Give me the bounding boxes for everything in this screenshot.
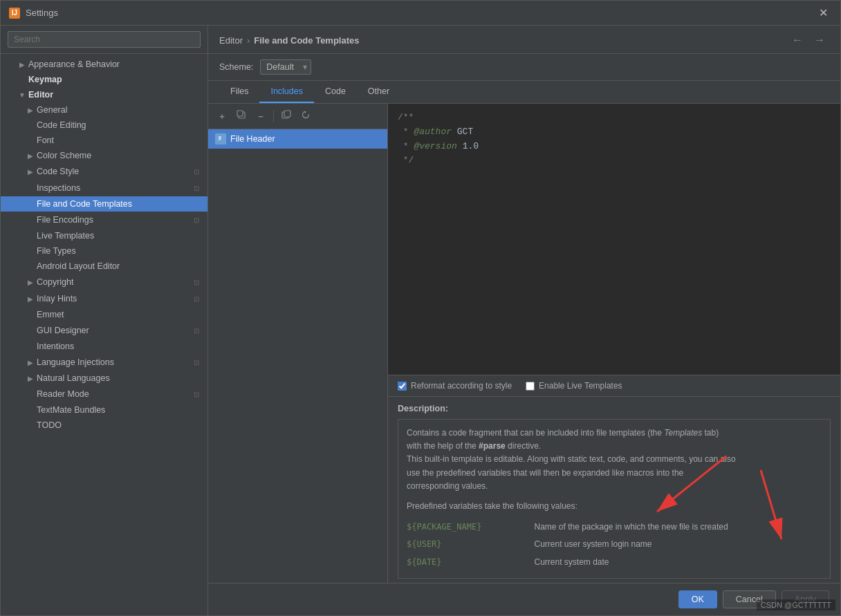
title-bar: IJ Settings ✕	[1, 1, 840, 26]
expand-arrow-icon: ▶	[26, 151, 35, 160]
sidebar-item-reader-mode[interactable]: Reader Mode ⊡	[1, 386, 207, 402]
sidebar-item-label: File Types	[37, 246, 202, 256]
sidebar-item-inlay-hints[interactable]: ▶ Inlay Hints ⊡	[1, 290, 207, 307]
template-list: File Header	[208, 129, 387, 583]
expand-arrow-icon: ▶	[26, 277, 35, 287]
variables-table: ${PACKAGE_NAME} Name of the package in w…	[407, 519, 822, 571]
template-list-item[interactable]: File Header	[208, 129, 387, 149]
sidebar-item-label: File and Code Templates	[37, 199, 202, 209]
tab-other[interactable]: Other	[357, 81, 400, 103]
sidebar-item-label: Emmet	[37, 310, 202, 319]
sidebar-item-label: Intentions	[37, 342, 202, 351]
watermark: CSDN @GCTTTTTT	[757, 599, 835, 610]
sidebar-tree: ▶ Appearance & Behavior Keymap ▼ Editor …	[1, 54, 207, 615]
scheme-select-wrap: Default Project	[260, 59, 311, 75]
svg-rect-1	[237, 111, 243, 116]
expand-arrow-placeholder	[26, 183, 35, 193]
sidebar-item-label: File Encodings	[37, 215, 188, 225]
sidebar-item-label: Code Style	[37, 167, 188, 176]
sidebar-item-live-templates[interactable]: Live Templates	[1, 228, 207, 243]
sidebar-item-gui-designer[interactable]: GUI Designer ⊡	[1, 322, 207, 339]
templates-italic: Templates	[664, 428, 702, 438]
content-header: Editor › File and Code Templates ← →	[208, 26, 840, 54]
live-templates-label: Enable Live Templates	[539, 381, 622, 391]
reformat-label: Reformat according to style	[411, 381, 512, 391]
reset-template-button[interactable]	[297, 108, 314, 124]
sidebar-item-android-layout-editor[interactable]: Android Layout Editor	[1, 259, 207, 274]
expand-arrow-icon: ▶	[26, 105, 35, 115]
sidebar-item-label: Reader Mode	[37, 389, 188, 399]
code-line: * @author GCT	[398, 125, 831, 140]
sidebar-item-inspections[interactable]: Inspections ⊡	[1, 180, 207, 196]
expand-arrow-placeholder	[26, 120, 35, 130]
external-icon: ⊡	[191, 357, 202, 368]
var-desc: Current user system login name	[534, 536, 822, 553]
sidebar-item-emmet[interactable]: Emmet	[1, 307, 207, 322]
search-box	[1, 26, 207, 54]
tab-code[interactable]: Code	[314, 81, 357, 103]
table-row: ${USER} Current user system login name	[407, 536, 822, 553]
sidebar-item-language-injections[interactable]: ▶ Language Injections ⊡	[1, 354, 207, 371]
copy-template-button[interactable]	[233, 108, 250, 124]
scheme-select[interactable]: Default Project	[260, 59, 311, 75]
template-panel: + −	[208, 104, 840, 583]
sidebar-item-code-style[interactable]: ▶ Code Style ⊡	[1, 163, 207, 180]
nav-back-button[interactable]: ←	[788, 32, 807, 48]
sidebar-item-label: Code Editing	[37, 120, 202, 130]
sidebar-item-file-and-code-templates[interactable]: File and Code Templates	[1, 196, 207, 212]
tab-includes[interactable]: Includes	[259, 81, 314, 103]
external-icon: ⊡	[191, 277, 202, 288]
template-list-panel: + −	[208, 104, 388, 583]
sidebar-item-font[interactable]: Font	[1, 133, 207, 148]
sidebar-item-appearance[interactable]: ▶ Appearance & Behavior	[1, 57, 207, 72]
reformat-checkbox-label[interactable]: Reformat according to style	[398, 381, 512, 391]
external-icon: ⊡	[191, 166, 202, 177]
code-editor[interactable]: /** * @author GCT * @version 1.0 */	[388, 104, 840, 375]
sidebar-item-natural-languages[interactable]: ▶ Natural Languages	[1, 371, 207, 386]
expand-arrow-placeholder	[26, 199, 35, 209]
sidebar-item-label: Color Scheme	[37, 151, 202, 160]
description-box: Contains a code fragment that can be inc…	[398, 419, 831, 579]
duplicate-template-button[interactable]	[278, 108, 295, 124]
sidebar-item-editor[interactable]: ▼ Editor	[1, 87, 207, 102]
sidebar-item-label: TextMate Bundles	[37, 405, 202, 415]
ok-button[interactable]: OK	[678, 590, 717, 608]
sidebar-item-label: Copyright	[37, 277, 188, 287]
expand-arrow-placeholder	[26, 405, 35, 415]
add-icon: +	[219, 111, 225, 122]
expand-arrow-icon: ▶	[26, 357, 35, 367]
code-text: GCT	[452, 127, 473, 137]
close-button[interactable]: ✕	[815, 5, 832, 21]
sidebar-item-keymap[interactable]: Keymap	[1, 72, 207, 87]
reset-icon	[301, 110, 311, 122]
sidebar-item-file-encodings[interactable]: File Encodings ⊡	[1, 212, 207, 228]
search-input[interactable]	[8, 31, 201, 48]
template-item-label: File Header	[230, 134, 275, 144]
reformat-checkbox[interactable]	[398, 382, 407, 391]
live-templates-checkbox[interactable]	[526, 382, 535, 391]
template-list-toolbar: + −	[208, 104, 387, 129]
sidebar-item-copyright[interactable]: ▶ Copyright ⊡	[1, 274, 207, 290]
description-text: Contains a code fragment that can be inc…	[407, 427, 822, 493]
bottom-bar: OK Cancel Apply	[208, 583, 840, 615]
sidebar-item-label: Live Templates	[37, 231, 202, 241]
sidebar-item-general[interactable]: ▶ General	[1, 102, 207, 118]
expand-arrow-placeholder	[26, 326, 35, 335]
sidebar-item-textmate-bundles[interactable]: TextMate Bundles	[1, 402, 207, 418]
sidebar-item-intentions[interactable]: Intentions	[1, 339, 207, 354]
sidebar-item-code-editing[interactable]: Code Editing	[1, 118, 207, 133]
remove-template-button[interactable]: −	[252, 108, 269, 124]
description-title: Description:	[398, 404, 831, 413]
nav-forward-button[interactable]: →	[810, 32, 829, 48]
window-title: Settings	[26, 8, 815, 18]
sidebar-item-file-types[interactable]: File Types	[1, 243, 207, 259]
sidebar-item-todo[interactable]: TODO	[1, 418, 207, 433]
live-templates-checkbox-label[interactable]: Enable Live Templates	[526, 381, 622, 391]
sidebar-item-color-scheme[interactable]: ▶ Color Scheme	[1, 148, 207, 163]
scheme-label: Scheme:	[219, 62, 253, 72]
expand-arrow-placeholder	[26, 231, 35, 241]
sidebar-item-label: Font	[37, 136, 202, 145]
add-template-button[interactable]: +	[214, 108, 230, 124]
var-desc: Name of the package in which the new fil…	[534, 519, 822, 536]
tab-files[interactable]: Files	[219, 81, 259, 103]
